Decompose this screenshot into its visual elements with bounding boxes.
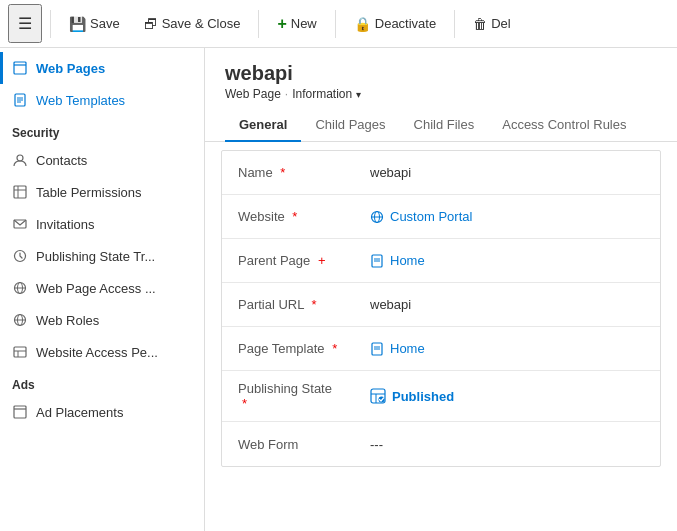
- form-row-partial-url: Partial URL * webapi: [222, 283, 660, 327]
- deactivate-button[interactable]: 🔒 Deactivate: [344, 10, 446, 38]
- tab-child-files[interactable]: Child Files: [400, 109, 489, 142]
- sidebar-item-publishing-state[interactable]: Publishing State Tr...: [0, 240, 204, 272]
- save-close-button[interactable]: 🗗 Save & Close: [134, 10, 251, 38]
- web-templates-icon: [12, 92, 28, 108]
- sidebar-item-web-templates[interactable]: Web Templates: [0, 84, 204, 116]
- web-roles-icon: [12, 312, 28, 328]
- field-value-page-template[interactable]: Home: [362, 331, 660, 367]
- form-row-publishing-state: Publishing State * Publi: [222, 371, 660, 422]
- web-page-access-icon: [12, 280, 28, 296]
- form-content: Name * webapi Website *: [205, 142, 677, 531]
- form-row-name: Name * webapi: [222, 151, 660, 195]
- toolbar-separator3: [335, 10, 336, 38]
- field-label-page-template: Page Template *: [222, 331, 362, 366]
- required-marker-publishing-state: *: [242, 396, 247, 411]
- publishing-state-icon: [12, 248, 28, 264]
- sidebar-label-table-permissions: Table Permissions: [36, 185, 142, 200]
- svg-rect-21: [14, 406, 26, 418]
- chevron-down-icon: ▾: [356, 89, 361, 100]
- breadcrumb-separator: ·: [285, 87, 288, 101]
- sidebar-item-website-access[interactable]: Website Access Pe...: [0, 336, 204, 368]
- sidebar-item-invitations[interactable]: Invitations: [0, 208, 204, 240]
- field-label-publishing-state: Publishing State *: [222, 371, 362, 421]
- globe-icon: [370, 209, 384, 225]
- page-icon-parent: [370, 253, 384, 269]
- new-icon: +: [277, 15, 286, 33]
- sidebar-label-web-pages: Web Pages: [36, 61, 105, 76]
- svg-rect-0: [14, 62, 26, 74]
- website-access-icon: [12, 344, 28, 360]
- toolbar: ☰ 💾 Save 🗗 Save & Close + New 🔒 Deactiva…: [0, 0, 677, 48]
- tab-access-control-rules[interactable]: Access Control Rules: [488, 109, 640, 142]
- field-value-name: webapi: [362, 155, 660, 190]
- save-close-icon: 🗗: [144, 16, 158, 32]
- right-panel: webapi Web Page · Information ▾ General …: [205, 48, 677, 531]
- required-marker-partial-url: *: [312, 297, 317, 312]
- field-value-web-form: ---: [362, 427, 660, 462]
- page-header: webapi Web Page · Information ▾: [205, 48, 677, 101]
- delete-icon: 🗑: [473, 16, 487, 32]
- menu-button[interactable]: ☰: [8, 4, 42, 43]
- sidebar-item-web-roles[interactable]: Web Roles: [0, 304, 204, 336]
- page-title: webapi: [225, 62, 657, 85]
- form-row-parent-page: Parent Page + Home: [222, 239, 660, 283]
- delete-button[interactable]: 🗑 Del: [463, 10, 521, 38]
- save-icon: 💾: [69, 16, 86, 32]
- form-row-website: Website * Custom Portal: [222, 195, 660, 239]
- tab-general[interactable]: General: [225, 109, 301, 142]
- required-marker-name: *: [280, 165, 285, 180]
- sidebar-label-web-templates: Web Templates: [36, 93, 125, 108]
- breadcrumb-section[interactable]: Information ▾: [292, 87, 361, 101]
- table-permissions-icon: [12, 184, 28, 200]
- form-row-web-form: Web Form ---: [222, 422, 660, 466]
- deactivate-icon: 🔒: [354, 16, 371, 32]
- toolbar-separator4: [454, 10, 455, 38]
- svg-point-6: [17, 155, 23, 161]
- breadcrumb-type: Web Page: [225, 87, 281, 101]
- new-button[interactable]: + New: [267, 9, 326, 39]
- field-value-website[interactable]: Custom Portal: [362, 199, 660, 235]
- svg-rect-7: [14, 186, 26, 198]
- main-area: Web Pages Web Templates Security: [0, 48, 677, 531]
- field-label-partial-url: Partial URL *: [222, 287, 362, 322]
- sidebar-label-publishing-state: Publishing State Tr...: [36, 249, 155, 264]
- invitations-icon: [12, 216, 28, 232]
- ad-placements-icon: [12, 404, 28, 420]
- field-label-web-form: Web Form: [222, 427, 362, 462]
- toolbar-separator: [50, 10, 51, 38]
- save-button[interactable]: 💾 Save: [59, 10, 130, 38]
- tabs-bar: General Child Pages Child Files Access C…: [205, 109, 677, 142]
- sidebar-label-web-page-access: Web Page Access ...: [36, 281, 156, 296]
- security-section-label: Security: [0, 116, 204, 144]
- field-label-name: Name *: [222, 155, 362, 190]
- tab-child-pages[interactable]: Child Pages: [301, 109, 399, 142]
- required-marker-website: *: [292, 209, 297, 224]
- toolbar-separator2: [258, 10, 259, 38]
- contacts-icon: [12, 152, 28, 168]
- sidebar-item-web-pages[interactable]: Web Pages: [0, 52, 204, 84]
- field-value-partial-url: webapi: [362, 287, 660, 322]
- sidebar-label-ad-placements: Ad Placements: [36, 405, 123, 420]
- sidebar-label-web-roles: Web Roles: [36, 313, 99, 328]
- page-icon-template: [370, 341, 384, 357]
- form-row-page-template: Page Template * Home: [222, 327, 660, 371]
- svg-rect-18: [14, 347, 26, 357]
- required-marker-parent-page: +: [318, 253, 326, 268]
- field-value-parent-page[interactable]: Home: [362, 243, 660, 279]
- sidebar-item-table-permissions[interactable]: Table Permissions: [0, 176, 204, 208]
- field-label-website: Website *: [222, 199, 362, 234]
- ads-section-label: Ads: [0, 368, 204, 396]
- field-label-parent-page: Parent Page +: [222, 243, 362, 278]
- field-value-publishing-state[interactable]: Published: [362, 378, 660, 414]
- sidebar: Web Pages Web Templates Security: [0, 48, 205, 531]
- sidebar-item-ad-placements[interactable]: Ad Placements: [0, 396, 204, 428]
- sidebar-item-web-page-access[interactable]: Web Page Access ...: [0, 272, 204, 304]
- web-pages-icon: [12, 60, 28, 76]
- sidebar-label-invitations: Invitations: [36, 217, 95, 232]
- breadcrumb: Web Page · Information ▾: [225, 87, 657, 101]
- sidebar-label-contacts: Contacts: [36, 153, 87, 168]
- sidebar-label-website-access: Website Access Pe...: [36, 345, 158, 360]
- published-badge: Published: [370, 388, 454, 404]
- sidebar-item-contacts[interactable]: Contacts: [0, 144, 204, 176]
- required-marker-page-template: *: [332, 341, 337, 356]
